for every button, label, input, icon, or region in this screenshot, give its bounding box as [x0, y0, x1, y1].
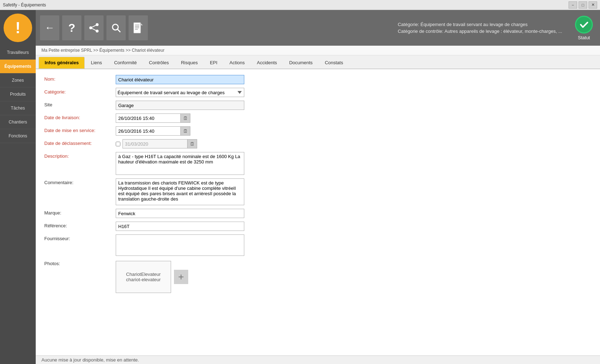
svg-rect-9 [135, 26, 139, 27]
tab-conformite[interactable]: Conformité [108, 57, 143, 69]
titlebar-title: Safetify - Équipements [3, 2, 569, 7]
svg-point-5 [112, 24, 118, 30]
site-row: Site Garage [44, 101, 591, 110]
reference-input[interactable] [116, 222, 244, 231]
minimize-button[interactable]: − [569, 1, 577, 9]
tab-constats[interactable]: Constats [319, 57, 349, 69]
maximize-button[interactable]: □ [579, 1, 587, 9]
description-label: Description: [44, 152, 116, 159]
reference-label: Référence: [44, 222, 116, 228]
categorie-row: Catégorie: Équipement de travail servant… [44, 88, 591, 97]
tab-epi[interactable]: EPI [204, 57, 224, 69]
date-livraison-field: 🗓 [116, 113, 190, 123]
categorie-select[interactable]: Équipement de travail servant au levage … [116, 88, 244, 97]
app-container: ! Travailleurs Équipements Zones Produit… [0, 10, 600, 364]
svg-rect-11 [135, 29, 138, 30]
nom-row: Nom: [44, 75, 591, 84]
svg-line-4 [91, 28, 97, 31]
fournisseur-label: Fournisseur: [44, 234, 116, 241]
photo-thumb-1[interactable]: ChariotElevateur chariot-elevateur [116, 261, 171, 293]
date-declassement-field: 🗓 [116, 139, 197, 148]
search-button[interactable] [106, 15, 126, 40]
svg-rect-10 [135, 27, 139, 28]
date-mise-service-input[interactable] [116, 126, 180, 136]
marque-input[interactable] [116, 209, 244, 218]
date-livraison-input[interactable] [116, 113, 180, 123]
date-declassement-checkbox[interactable] [116, 142, 120, 146]
reference-row: Référence: [44, 222, 591, 231]
commentaire-label: Commentaire: [44, 178, 116, 185]
fournisseur-textarea[interactable] [116, 234, 244, 256]
svg-line-3 [91, 25, 97, 28]
marque-row: Marque: [44, 209, 591, 218]
photo-filename-1: chariot-elevateur [126, 277, 161, 282]
sidebar-item-travailleurs[interactable]: Travailleurs [0, 46, 36, 60]
date-declassement-picker[interactable]: 🗓 [187, 139, 197, 148]
status-icon [575, 16, 593, 34]
sidebar-item-equipements[interactable]: Équipements [0, 60, 36, 74]
tab-accidents[interactable]: Accidents [251, 57, 283, 69]
date-mise-service-row: Date de mise en service: 🗓 [44, 126, 591, 136]
site-label: Site [44, 101, 116, 107]
nom-input[interactable] [116, 75, 244, 84]
add-photo-button[interactable]: + [174, 270, 188, 284]
category-control-text: Catégorie de contrôle: Autres appareils … [398, 29, 562, 34]
header: ← ? [36, 10, 600, 46]
statusbar: Aucune mise à jour disponible, mise en a… [36, 355, 600, 364]
help-button[interactable]: ? [62, 15, 81, 40]
nom-label: Nom: [44, 75, 116, 82]
titlebar: Safetify - Équipements − □ ✕ [0, 0, 600, 10]
commentaire-row: Commentaire: La transmission des chariot… [44, 178, 591, 205]
doc-button[interactable] [129, 15, 148, 40]
sidebar-item-zones[interactable]: Zones [0, 74, 36, 87]
svg-line-6 [118, 29, 120, 32]
sidebar-item-taches[interactable]: Tâches [0, 101, 36, 115]
fournisseur-row: Fournisseur: [44, 234, 591, 256]
date-declassement-label: Date de déclassement: [44, 139, 116, 146]
tabs: Infos générales Liens Conformité Contrôl… [36, 55, 600, 69]
category-text: Catégorie: Équipement de travail servant… [398, 22, 562, 27]
header-toolbar: ← ? [36, 10, 392, 46]
header-status: Statut [568, 10, 600, 46]
form-area: Nom: Catégorie: Équipement de travail se… [36, 69, 600, 355]
date-livraison-label: Date de livraison: [44, 113, 116, 120]
photos-row: Photos: ChariotElevateur chariot-elevate… [44, 259, 591, 293]
share-button[interactable] [84, 15, 104, 40]
svg-rect-8 [135, 25, 139, 25]
date-declassement-input[interactable] [122, 139, 187, 148]
tab-liens[interactable]: Liens [85, 57, 108, 69]
categorie-label: Catégorie: [44, 88, 116, 95]
sidebar-item-produits[interactable]: Produits [0, 87, 36, 101]
header-info: Catégorie: Équipement de travail servant… [392, 10, 568, 46]
status-label: Statut [578, 35, 590, 40]
photos-label: Photos: [44, 259, 116, 266]
date-livraison-row: Date de livraison: 🗓 [44, 113, 591, 123]
status-message: Aucune mise à jour disponible, mise en a… [41, 357, 139, 363]
breadcrumb: Ma Petite entreprise SPRL >> Équipements… [36, 46, 600, 55]
photos-area: ChariotElevateur chariot-elevateur + [116, 261, 188, 293]
close-button[interactable]: ✕ [589, 1, 597, 9]
description-textarea[interactable]: à Gaz - type H16T La capacité nominale e… [116, 152, 244, 175]
description-row: Description: à Gaz - type H16T La capaci… [44, 152, 591, 175]
date-mise-service-field: 🗓 [116, 126, 190, 136]
tab-infos-generales[interactable]: Infos générales [39, 57, 85, 69]
sidebar-item-chantiers[interactable]: Chantiers [0, 115, 36, 129]
tab-actions[interactable]: Actions [224, 57, 251, 69]
site-value: Garage [116, 101, 244, 110]
photo-name-1: ChariotElevateur [126, 272, 161, 277]
tab-controles[interactable]: Contrôles [143, 57, 175, 69]
content-area: ← ? [36, 10, 600, 364]
marque-label: Marque: [44, 209, 116, 216]
sidebar-item-fonctions[interactable]: Fonctions [0, 129, 36, 143]
date-livraison-picker[interactable]: 🗓 [180, 113, 190, 123]
tab-risques[interactable]: Risques [175, 57, 204, 69]
tab-documents[interactable]: Documents [283, 57, 319, 69]
titlebar-controls: − □ ✕ [569, 1, 597, 9]
sidebar: ! Travailleurs Équipements Zones Produit… [0, 10, 36, 364]
back-button[interactable]: ← [40, 15, 59, 40]
date-mise-service-picker[interactable]: 🗓 [180, 126, 190, 136]
commentaire-textarea[interactable]: La transmission des chariots FENWICK est… [116, 178, 244, 205]
date-declassement-row: Date de déclassement: 🗓 [44, 139, 591, 148]
logo-area: ! [4, 14, 32, 42]
date-mise-service-label: Date de mise en service: [44, 126, 116, 133]
